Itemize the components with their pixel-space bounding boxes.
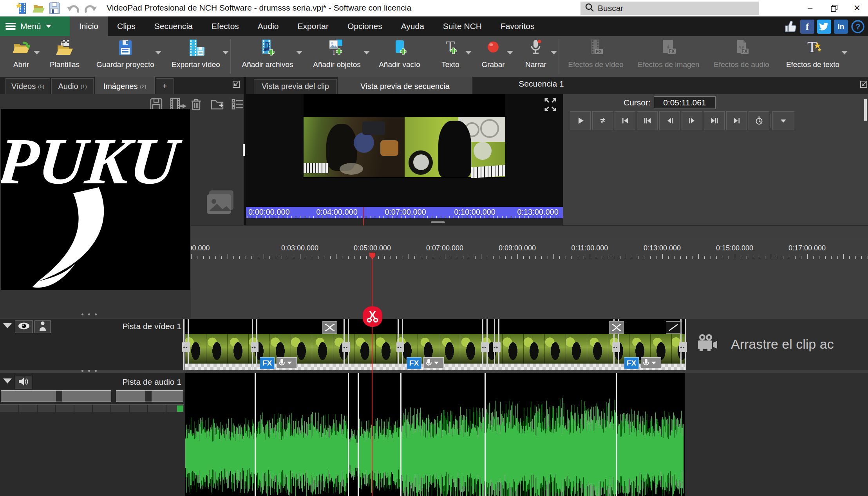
main-menu-button[interactable]: Menú [0, 16, 70, 36]
linkedin-icon[interactable]: in [834, 20, 848, 34]
transport-more-button[interactable] [772, 111, 794, 130]
chevron-down-icon[interactable] [287, 362, 292, 364]
track-splitter-handle[interactable] [81, 370, 97, 372]
transport-go-end-button[interactable] [726, 111, 747, 130]
ribbon-button-guardar-proyecto[interactable]: Guardar proyecto [89, 36, 162, 77]
transport-loop-button[interactable] [592, 111, 613, 130]
ribbon-button-añadir-vacío[interactable]: Añadir vacío [371, 36, 429, 77]
chevron-down-icon[interactable] [434, 362, 439, 364]
ribbon-button-exportar-vídeo[interactable]: Exportar vídeo [162, 36, 230, 77]
menu-tab-favoritos[interactable]: Favoritos [491, 16, 544, 36]
ribbon-button-narrar[interactable]: Narrar [514, 36, 558, 77]
ribbon-button-efectos-de-texto[interactable]: TEfectos de texto [777, 36, 848, 77]
clip-trim-handle[interactable]: ◂ ▸ [251, 342, 259, 352]
chevron-down-icon[interactable] [34, 51, 40, 54]
chevron-down-icon[interactable] [465, 51, 472, 54]
collapse-track-icon[interactable] [3, 378, 12, 384]
clip-trim-handle[interactable]: ◂ ▸ [493, 342, 501, 352]
media-tab-add[interactable]: + [156, 78, 174, 94]
slider-handle[interactable] [56, 391, 62, 402]
preview-seekbar[interactable]: 0:00:00.0000:04:00.0000:07:00.0000:10:00… [246, 207, 563, 218]
clip-audio-badge[interactable] [277, 357, 297, 368]
transition-badge-wipe[interactable] [666, 321, 681, 334]
chevron-down-icon[interactable] [841, 51, 848, 54]
open-icon[interactable] [32, 2, 45, 15]
menu-tab-exportar[interactable]: Exportar [288, 16, 338, 36]
twitter-icon[interactable] [817, 20, 831, 34]
help-icon[interactable]: ? [851, 20, 865, 34]
ribbon-button-añadir-archivos[interactable]: Añadir archivos [232, 36, 303, 77]
timeline-ruler[interactable]: 0:00:00.0000:03:00.0000:05:00.0000:07:00… [185, 240, 868, 259]
slider-handle[interactable] [145, 391, 152, 402]
delete-icon[interactable] [190, 98, 204, 111]
chevron-down-icon[interactable] [363, 51, 370, 54]
fullscreen-icon[interactable] [544, 97, 557, 114]
close-button[interactable]: ✕ [846, 0, 868, 16]
new-project-icon[interactable] [16, 2, 29, 15]
clip-fx-badge[interactable]: FX [407, 357, 421, 369]
chevron-down-icon[interactable] [551, 51, 557, 54]
clip-audio-badge[interactable] [641, 357, 661, 368]
facebook-icon[interactable]: f [800, 20, 814, 34]
new-folder-icon[interactable] [210, 98, 225, 111]
track-motion-button[interactable] [34, 320, 51, 333]
scrollbar-thumb[interactable] [864, 99, 867, 121]
chevron-down-icon[interactable] [507, 51, 513, 54]
split-scissors-cursor[interactable] [363, 306, 382, 327]
transport-prev-clip-button[interactable] [637, 111, 658, 130]
cursor-time-field[interactable]: 0:05:11.061 [654, 96, 716, 109]
transition-badge-crossfade[interactable] [609, 321, 624, 334]
transport-step-forward-button[interactable] [682, 111, 702, 130]
transition-badge-crossfade[interactable] [322, 321, 337, 334]
clip-trim-handle[interactable]: ◂ ▸ [182, 342, 190, 352]
ribbon-button-abrir[interactable]: Abrir [2, 36, 41, 77]
minimize-button[interactable]: – [799, 0, 821, 16]
menu-tab-ayuda[interactable]: Ayuda [392, 16, 434, 36]
transport-step-back-button[interactable] [659, 111, 680, 130]
save-icon[interactable] [48, 2, 61, 15]
image-thumbnail-puku-logo[interactable]: PUKU [1, 109, 190, 290]
chevron-down-icon[interactable] [155, 51, 161, 54]
clip-fx-badge[interactable]: FX [260, 357, 275, 369]
track-visibility-button[interactable] [15, 320, 33, 333]
undock-panel-icon[interactable] [232, 80, 241, 90]
transport-speed-button[interactable] [749, 111, 769, 130]
volume-slider[interactable] [1, 390, 111, 402]
collapse-track-icon[interactable] [3, 323, 12, 328]
transport-go-start-button[interactable] [615, 111, 635, 130]
track-mute-button[interactable] [15, 376, 32, 389]
menu-tab-inicio[interactable]: Inicio [70, 16, 108, 36]
clip-trim-handle[interactable]: ◂ ▸ [481, 342, 489, 352]
panel-divider-grip[interactable] [243, 144, 245, 156]
transport-play-button[interactable] [570, 111, 591, 130]
undo-icon[interactable] [66, 2, 79, 15]
clip-trim-handle[interactable]: ◂ ▸ [396, 342, 404, 352]
media-tab-imágenes[interactable]: Imágenes(2) [95, 77, 155, 94]
chevron-down-icon[interactable] [296, 51, 302, 54]
pan-slider[interactable] [116, 390, 183, 402]
ribbon-button-añadir-objetos[interactable]: TAñadir objetos [303, 36, 371, 77]
media-tab-audio[interactable]: Audio(1) [51, 78, 94, 94]
like-icon[interactable] [783, 20, 797, 34]
media-tab-vídeos[interactable]: Vídeos(5) [5, 78, 50, 94]
transport-next-clip-button[interactable] [704, 111, 725, 130]
menu-tab-audio[interactable]: Audio [248, 16, 288, 36]
chevron-down-icon[interactable] [222, 51, 229, 54]
menu-tab-opciones[interactable]: Opciones [338, 16, 392, 36]
clip-trim-handle[interactable]: ◂ ▸ [612, 342, 620, 352]
menu-tab-efectos[interactable]: Efectos [202, 16, 248, 36]
preview-tab-sequence[interactable]: Vista previa de secuencia [338, 77, 472, 94]
menu-tab-secuencia[interactable]: Secuencia [145, 16, 202, 36]
sequence-dock-icon[interactable] [859, 80, 867, 88]
redo-icon[interactable] [83, 2, 96, 15]
clip-trim-handle[interactable]: ◂ ▸ [679, 342, 687, 352]
preview-tab-clip[interactable]: Vista previa del clip [254, 79, 337, 94]
preview-resize-grip[interactable] [431, 221, 445, 223]
list-view-icon[interactable] [230, 98, 245, 111]
audio-waveform[interactable] [185, 373, 685, 496]
chevron-down-icon[interactable] [651, 362, 656, 364]
ribbon-button-plantillas[interactable]: TPlantillas [41, 36, 89, 77]
clip-audio-badge[interactable] [423, 357, 444, 368]
ribbon-button-grabar[interactable]: Grabar [472, 36, 514, 77]
restore-button[interactable] [823, 0, 845, 16]
